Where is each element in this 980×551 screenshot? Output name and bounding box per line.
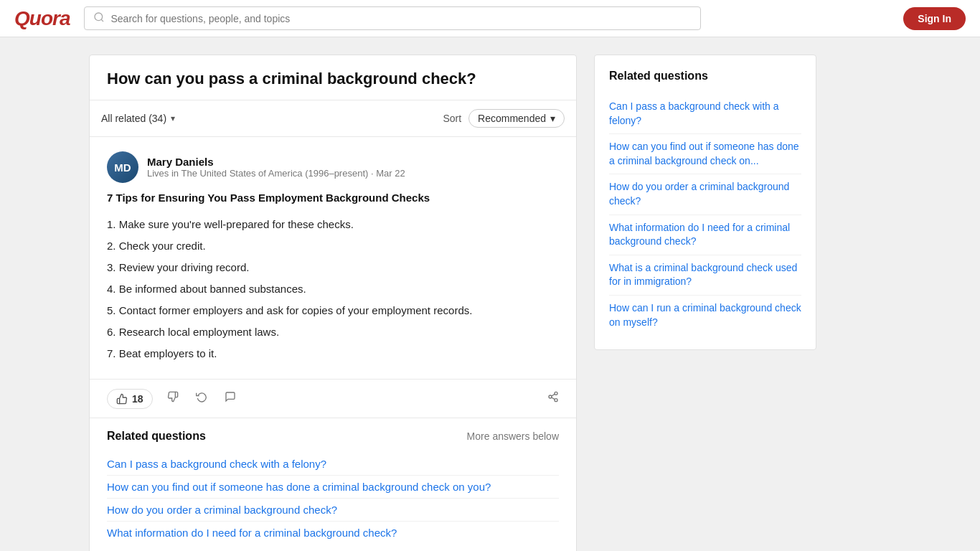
upvote-button[interactable]: 18 (107, 389, 153, 409)
answer-heading: 7 Tips for Ensuring You Pass Employment … (107, 192, 559, 204)
page-container: How can you pass a criminal background c… (77, 37, 903, 551)
all-related-filter[interactable]: All related (34) ▾ (101, 113, 175, 124)
list-item: 5. Contact former employers and ask for … (107, 300, 559, 321)
list-item: 6. Research local employment laws. (107, 321, 559, 343)
answer-card: MD Mary Daniels Lives in The United Stat… (90, 137, 576, 380)
list-item: 2. Check your credit. (107, 235, 559, 257)
header: Quora Sign In (0, 0, 980, 37)
sort-dropdown[interactable]: Recommended ▾ (468, 109, 565, 128)
share-button[interactable] (547, 391, 559, 406)
question-card: How can you pass a criminal background c… (89, 55, 577, 551)
upvote-count: 18 (132, 393, 143, 405)
answer-list: 1. Make sure you're well-prepared for th… (107, 214, 559, 364)
header-right: Sign In (903, 7, 966, 30)
main-content: How can you pass a criminal background c… (89, 55, 577, 551)
quora-logo: Quora (14, 7, 70, 30)
related-inline-link[interactable]: Can I pass a background check with a fel… (107, 453, 559, 476)
sidebar-related-link[interactable]: Can I pass a background check with a fel… (609, 94, 801, 134)
action-bar: 18 (90, 380, 576, 418)
chevron-down-icon: ▾ (550, 113, 555, 124)
question-title: How can you pass a criminal background c… (107, 70, 559, 88)
svg-point-4 (555, 399, 557, 402)
sidebar-related-link[interactable]: What information do I need for a crimina… (609, 215, 801, 255)
downvote-button[interactable] (164, 388, 182, 409)
sort-area: Sort Recommended ▾ (443, 109, 565, 128)
sidebar-links: Can I pass a background check with a fel… (609, 94, 801, 335)
list-item: 3. Review your driving record. (107, 257, 559, 278)
sidebar: Related questions Can I pass a backgroun… (594, 55, 816, 551)
sidebar-title: Related questions (609, 70, 801, 83)
comment-icon (225, 391, 236, 402)
svg-line-5 (552, 397, 555, 400)
sort-dropdown-label: Recommended (478, 113, 546, 124)
list-item: 4. Be informed about banned substances. (107, 278, 559, 300)
sidebar-related-link[interactable]: How can you find out if someone has done… (609, 134, 801, 174)
related-inline-links: Can I pass a background check with a fel… (107, 453, 559, 544)
question-title-area: How can you pass a criminal background c… (90, 55, 576, 100)
filter-bar: All related (34) ▾ Sort Recommended ▾ (90, 100, 576, 137)
related-inline-title: Related questions (107, 430, 206, 443)
refresh-icon (196, 391, 207, 402)
sidebar-related-link[interactable]: What is a criminal background check used… (609, 255, 801, 296)
search-bar[interactable] (84, 6, 701, 30)
chevron-down-icon: ▾ (171, 113, 175, 123)
svg-point-2 (555, 392, 557, 395)
svg-point-0 (95, 13, 103, 21)
list-item: 1. Make sure you're well-prepared for th… (107, 214, 559, 235)
author-row: MD Mary Daniels Lives in The United Stat… (107, 151, 559, 183)
downvote-icon (167, 391, 179, 402)
search-input[interactable] (110, 13, 692, 24)
comment-button[interactable] (222, 388, 239, 409)
more-answers-label: More answers below (467, 430, 559, 442)
share-icon (547, 391, 559, 402)
sort-label: Sort (443, 113, 461, 124)
avatar: MD (107, 151, 138, 183)
sidebar-related-link[interactable]: How can I run a criminal background chec… (609, 296, 801, 335)
refresh-button[interactable] (193, 388, 210, 409)
sidebar-card: Related questions Can I pass a backgroun… (594, 55, 816, 350)
search-icon (93, 11, 105, 25)
svg-line-1 (102, 19, 104, 22)
author-meta: Lives in The United States of America (1… (147, 168, 405, 179)
upvote-icon (116, 393, 128, 405)
sign-in-button[interactable]: Sign In (903, 7, 966, 30)
svg-point-3 (549, 395, 552, 398)
author-info: Mary Daniels Lives in The United States … (147, 156, 405, 179)
related-inline-link[interactable]: How do you order a criminal background c… (107, 499, 559, 522)
related-inline-link[interactable]: How can you find out if someone has done… (107, 476, 559, 499)
related-inline-link[interactable]: What information do I need for a crimina… (107, 522, 559, 544)
related-inline-header: Related questions More answers below (107, 430, 559, 443)
related-inline-section: Related questions More answers below Can… (90, 418, 576, 551)
author-name: Mary Daniels (147, 156, 405, 168)
list-item: 7. Beat employers to it. (107, 343, 559, 364)
sidebar-related-link[interactable]: How do you order a criminal background c… (609, 174, 801, 215)
avatar-initials: MD (114, 161, 131, 174)
all-related-label: All related (34) (101, 113, 166, 124)
svg-line-6 (552, 394, 555, 396)
